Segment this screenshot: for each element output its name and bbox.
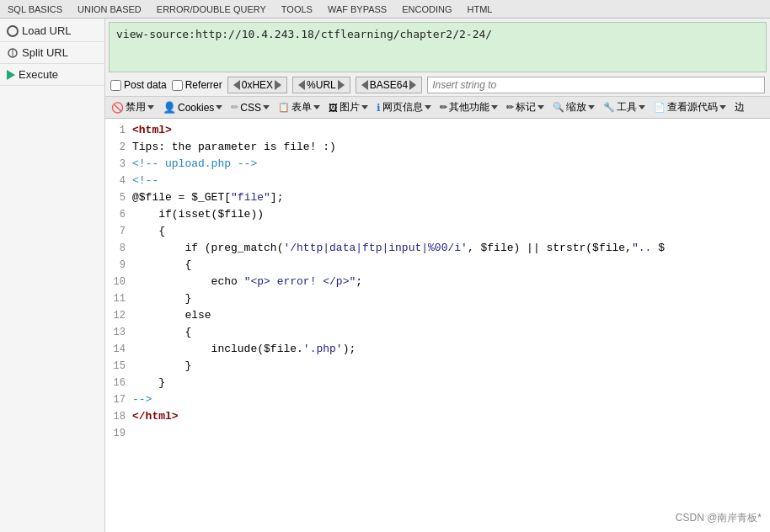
cn-other-btn[interactable]: ✏ 其他功能 (437, 99, 500, 115)
url-text: view-source:http://10.4.243.18/ctflearni… (116, 28, 492, 40)
nav-encoding[interactable]: ENCODING (398, 3, 456, 15)
referrer-check[interactable] (172, 80, 183, 91)
hex-label: 0xHEX (242, 79, 273, 91)
table-row: 8 if (preg_match('/http|data|ftp|input|%… (105, 240, 770, 257)
viewsource-dropdown-icon (719, 105, 726, 109)
left-panel: Load URL Split URL Execute (0, 19, 105, 532)
cn-zoom-btn[interactable]: 🔍 缩放 (550, 99, 597, 115)
cn-css-btn[interactable]: ✏ CSS (228, 101, 272, 114)
zoom-dropdown-icon (588, 105, 595, 109)
table-row: 4 <!-- (105, 173, 770, 189)
referrer-checkbox[interactable]: Referrer (172, 79, 222, 91)
top-nav: SQL BASICS UNION BASED ERROR/DOUBLE QUER… (0, 0, 770, 19)
table-row: 2 Tips: the parameter is file! :) (105, 139, 770, 156)
table-row: 16 } (105, 375, 770, 391)
base64-label: BASE64 (370, 79, 408, 91)
split-url-button[interactable]: Split URL (0, 42, 104, 64)
code-area: 1 <html> 2 Tips: the parameter is file! … (105, 119, 770, 532)
toolbar-row: Post data Referrer 0xHEX %URL BASE64 (105, 74, 770, 97)
table-row: 18 </html> (105, 408, 770, 425)
cn-tools-btn[interactable]: 🔧 工具 (601, 99, 648, 115)
execute-icon (7, 70, 15, 80)
url-bar: view-source:http://10.4.243.18/ctflearni… (109, 22, 767, 72)
post-data-check[interactable] (110, 80, 121, 91)
table-row: 6 if(isset($file)) (105, 206, 770, 223)
url-arrow-right (338, 80, 345, 90)
nav-sql-basics[interactable]: SQL BASICS (3, 3, 67, 15)
nav-union-based[interactable]: UNION BASED (73, 3, 146, 15)
nav-html[interactable]: HTML (463, 3, 496, 15)
cookies-dropdown-icon (216, 105, 222, 109)
table-row: 1 <html> (105, 122, 770, 139)
hex-arrow-left (233, 80, 240, 90)
css-icon: ✏ (231, 102, 238, 113)
percent-url-button[interactable]: %URL (292, 77, 350, 93)
referrer-label: Referrer (185, 79, 222, 91)
base64-arrow-left (361, 80, 368, 90)
nav-error-double[interactable]: ERROR/DOUBLE QUERY (152, 3, 270, 15)
form-icon: 📋 (278, 102, 290, 113)
no-entry-icon: 🚫 (111, 102, 124, 114)
image-icon: 🖼 (329, 103, 338, 113)
table-row: 10 echo "<p> error! </p>"; (105, 274, 770, 290)
viewsource-icon: 📄 (654, 102, 666, 113)
table-row: 19 (105, 425, 770, 442)
cn-edge-btn[interactable]: 边 (732, 99, 747, 115)
table-row: 15 } (105, 358, 770, 375)
table-row: 7 { (105, 223, 770, 240)
image-dropdown-icon (361, 105, 368, 109)
other-dropdown-icon (491, 105, 498, 109)
mark-dropdown-icon (537, 105, 544, 109)
insert-string-input[interactable] (427, 77, 765, 93)
execute-label: Execute (19, 68, 58, 81)
url-label: %URL (307, 79, 336, 91)
pageinfo-dropdown-icon (425, 105, 431, 109)
base64-button[interactable]: BASE64 (356, 77, 422, 93)
table-row: 14 include($file.'.php'); (105, 341, 770, 358)
split-url-label: Split URL (22, 46, 68, 59)
table-row: 12 else (105, 307, 770, 324)
cn-form-btn[interactable]: 📋 表单 (275, 99, 323, 115)
base64-arrow-right (409, 80, 416, 90)
post-data-checkbox[interactable]: Post data (110, 79, 167, 91)
tools-dropdown-icon (639, 105, 645, 109)
url-arrow-left (298, 80, 305, 90)
cn-cookies-btn[interactable]: 👤 Cookies (160, 100, 225, 114)
load-url-button[interactable]: Load URL (0, 20, 104, 42)
right-area: view-source:http://10.4.243.18/ctflearni… (105, 19, 770, 532)
split-url-icon (7, 47, 19, 59)
hex-arrow-right (275, 80, 281, 90)
nav-tools[interactable]: TOOLS (277, 3, 317, 15)
cookies-icon: 👤 (163, 101, 176, 114)
load-url-label: Load URL (22, 24, 72, 37)
table-row: 5 @$file = $_GET["file"]; (105, 189, 770, 206)
cn-viewsource-btn[interactable]: 📄 查看源代码 (651, 99, 729, 115)
disable-dropdown-icon (147, 105, 154, 109)
cn-mark-btn[interactable]: ✏ 标记 (504, 99, 547, 115)
load-url-icon (7, 25, 19, 37)
css-dropdown-icon (263, 105, 270, 109)
nav-waf-bypass[interactable]: WAF BYPASS (324, 3, 391, 15)
table-row: 9 { (105, 257, 770, 274)
tools-icon: 🔧 (603, 102, 615, 113)
mark-icon: ✏ (506, 102, 514, 113)
post-data-label: Post data (124, 79, 167, 91)
cn-disable-btn[interactable]: 🚫 禁用 (109, 99, 157, 115)
other-icon: ✏ (440, 102, 447, 113)
cn-image-btn[interactable]: 🖼 图片 (326, 99, 371, 115)
info-icon: ℹ (377, 102, 381, 114)
table-row: 17 --> (105, 391, 770, 408)
table-row: 3 <!-- upload.php --> (105, 156, 770, 173)
table-row: 13 { (105, 324, 770, 341)
table-row: 11 } (105, 290, 770, 307)
form-dropdown-icon (313, 105, 320, 109)
zoom-icon: 🔍 (553, 102, 564, 113)
execute-button[interactable]: Execute (0, 64, 104, 86)
0xhex-button[interactable]: 0xHEX (227, 77, 287, 93)
cn-pageinfo-btn[interactable]: ℹ 网页信息 (374, 99, 434, 115)
cn-toolbar: 🚫 禁用 👤 Cookies ✏ CSS 📋 表单 🖼 图片 ℹ 网页信息 (105, 97, 770, 119)
